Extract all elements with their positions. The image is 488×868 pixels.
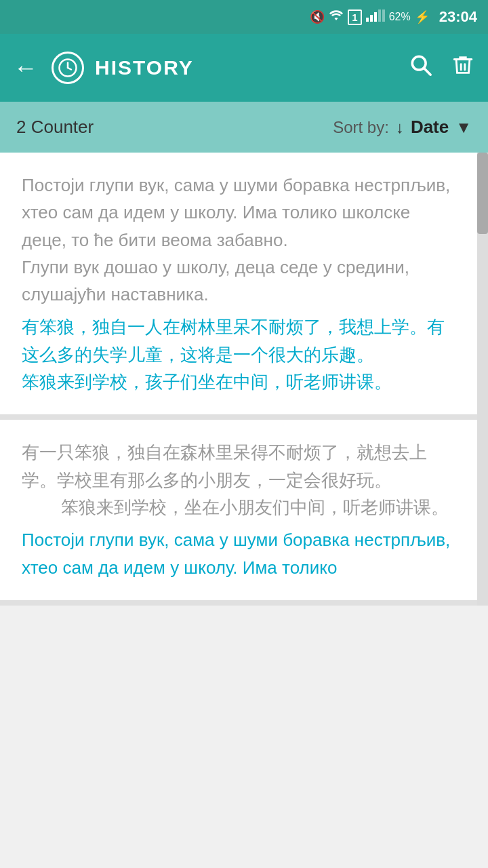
title-area: HISTORY (52, 52, 396, 84)
svg-rect-1 (370, 15, 373, 22)
content-area: Постоји глупи вук, сама у шуми боравка н… (0, 153, 477, 606)
status-time: 23:04 (439, 8, 477, 26)
battery-icon: ⚡ (415, 9, 430, 24)
source-text-1: Постоји глупи вук, сама у шуми боравка н… (22, 172, 455, 308)
delete-button[interactable] (451, 54, 474, 82)
signal-icon (366, 9, 385, 25)
source-text-2: 有一只笨狼，独自在森林里呆得不耐烦了，就想去上学。学校里有那么多的小朋友，一定会… (22, 439, 455, 521)
translation-card-2[interactable]: 有一只笨狼，独自在森林里呆得不耐烦了，就想去上学。学校里有那么多的小朋友，一定会… (0, 420, 477, 605)
mute-icon: 🔇 (310, 9, 325, 24)
translated-text-1: 有笨狼，独自一人在树林里呆不耐烦了，我想上学。有这么多的失学儿童，这将是一个很大… (22, 313, 455, 395)
translated-text-2: Постоји глупи вук, сама у шуми боравка н… (22, 526, 455, 581)
dropdown-arrow-icon[interactable]: ▼ (455, 118, 472, 137)
wifi-icon (329, 9, 344, 25)
battery-text: 62% (389, 11, 411, 23)
svg-line-9 (424, 68, 430, 75)
scrollbar-track[interactable] (477, 153, 488, 606)
search-button[interactable] (409, 54, 432, 82)
clock-icon (52, 52, 84, 84)
svg-line-7 (68, 68, 71, 70)
right-icons (409, 54, 474, 82)
translation-card-1[interactable]: Постоји глупи вук, сама у шуми боравка н… (0, 153, 477, 420)
sort-direction-icon: ↓ (396, 118, 404, 137)
svg-rect-4 (382, 9, 385, 22)
content-wrapper: Постоји глупи вук, сама у шуми боравка н… (0, 153, 488, 606)
sort-bar: 2 Counter Sort by: ↓ Date ▼ (0, 102, 488, 153)
svg-rect-2 (374, 12, 377, 22)
scrollbar-thumb[interactable] (477, 153, 488, 234)
sort-area[interactable]: Sort by: ↓ Date ▼ (333, 117, 472, 138)
sim-icon: 1 (348, 9, 361, 25)
svg-rect-3 (378, 9, 381, 22)
app-bar: ← HISTORY (0, 34, 488, 102)
sort-value: Date (411, 117, 449, 138)
svg-rect-0 (366, 18, 369, 22)
status-bar: 🔇 1 62% ⚡ 23:04 (0, 0, 488, 34)
sort-by-label: Sort by: (333, 118, 389, 137)
app-title: HISTORY (95, 56, 194, 79)
counter-label: 2 Counter (16, 117, 94, 138)
status-icons: 🔇 1 62% ⚡ 23:04 (310, 8, 477, 26)
back-button[interactable]: ← (14, 54, 38, 82)
